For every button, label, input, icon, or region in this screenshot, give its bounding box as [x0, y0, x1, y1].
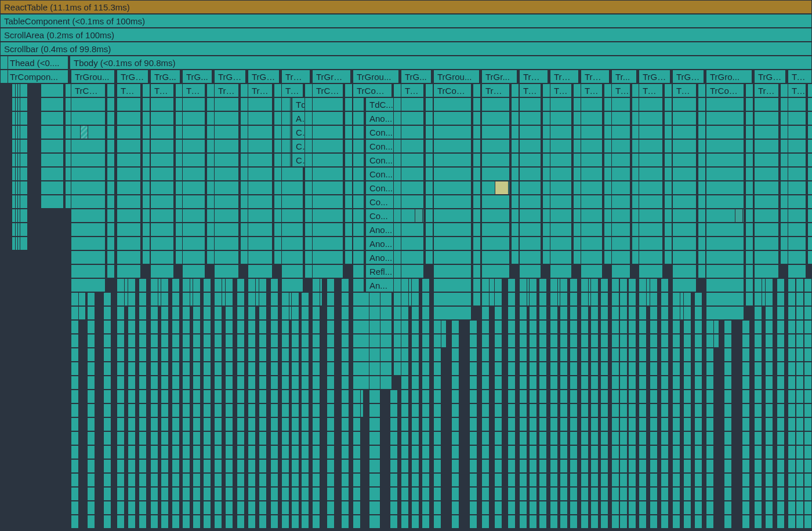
bar-tbody[interactable]: Tbody (<0.1ms of 90.8ms)	[70, 56, 812, 70]
bar-tail-r[interactable]	[661, 417, 669, 431]
bar-tail-r[interactable]	[203, 431, 211, 445]
bar-tail[interactable]	[291, 431, 299, 445]
bar-body[interactable]	[401, 111, 424, 125]
bar-tail-l[interactable]	[182, 334, 190, 348]
bar-body[interactable]	[519, 153, 541, 167]
bar-wide-tail[interactable]	[369, 431, 380, 445]
bar-tail[interactable]	[193, 487, 201, 501]
bar-right-shoulder[interactable]	[425, 83, 433, 97]
bar-tail-l[interactable]	[117, 320, 125, 334]
bar-body[interactable]	[248, 195, 273, 209]
bar-tail-r[interactable]	[694, 376, 702, 390]
bar-detail-left[interactable]	[353, 195, 364, 209]
bar-right-shoulder[interactable]	[698, 153, 706, 167]
bar-tail-l[interactable]	[754, 501, 762, 515]
bar-tail-l[interactable]	[281, 292, 289, 306]
bar-tail-r[interactable]	[600, 348, 608, 362]
bar-tail-l[interactable]	[433, 487, 441, 501]
bar-body[interactable]	[754, 195, 779, 209]
bar-right-shoulder[interactable]	[745, 278, 753, 292]
bar-tail[interactable]	[327, 515, 335, 529]
bar-right-shoulder[interactable]	[142, 237, 150, 250]
bar-tail-l[interactable]	[281, 376, 289, 390]
bar-tail-l[interactable]	[182, 306, 190, 320]
bar-tail-r[interactable]	[507, 362, 516, 376]
bar-body[interactable]	[433, 223, 472, 237]
bar-tail[interactable]	[411, 417, 419, 431]
bar-tail-l[interactable]	[71, 515, 79, 529]
bar-right-shoulder[interactable]	[345, 167, 353, 181]
bar-tail-r[interactable]	[422, 431, 430, 445]
bar-tail-r[interactable]	[203, 292, 211, 306]
bar-tail[interactable]	[650, 501, 658, 515]
bar-tail-r[interactable]	[777, 348, 785, 362]
bar-trgroup[interactable]: TrGrou...	[71, 70, 115, 83]
bar-tail[interactable]	[796, 459, 804, 473]
bar-tail[interactable]	[128, 390, 136, 403]
bar-detail-left[interactable]	[353, 264, 364, 278]
bar-tail-l[interactable]	[519, 278, 527, 292]
bar-tail[interactable]	[161, 417, 169, 431]
bar-tail[interactable]	[796, 362, 804, 376]
bar-right-shoulder[interactable]	[473, 278, 481, 292]
bar-tail[interactable]	[796, 487, 804, 501]
bar-body[interactable]	[706, 237, 744, 250]
bar-tail-l[interactable]	[611, 417, 619, 431]
bar-right-shoulder[interactable]	[664, 153, 672, 167]
bar-body[interactable]	[788, 237, 806, 250]
bar-tail-l[interactable]	[672, 320, 680, 334]
bar-tail-r[interactable]	[539, 376, 547, 390]
bar-tail-l[interactable]	[248, 459, 256, 473]
bar-thead-col[interactable]	[41, 181, 64, 195]
bar-tail-r[interactable]	[301, 445, 309, 459]
bar-right-shoulder[interactable]	[240, 125, 248, 139]
bar-tail-r[interactable]	[422, 417, 430, 431]
bar-tail-r[interactable]	[600, 459, 608, 473]
bar-tail-l[interactable]	[150, 292, 158, 306]
bar-tail[interactable]	[128, 487, 136, 501]
bar-body[interactable]	[150, 195, 174, 209]
bar-tail-l[interactable]	[672, 431, 680, 445]
bar-tail-l[interactable]	[281, 515, 289, 529]
bar-tail-l[interactable]	[611, 473, 619, 487]
bar-tail-r[interactable]	[570, 376, 578, 390]
bar-tail[interactable]	[619, 459, 628, 473]
bar-body[interactable]	[672, 237, 697, 250]
bar-tail-l[interactable]	[706, 362, 714, 376]
bar-tail-r[interactable]	[507, 292, 516, 306]
bar-right-shoulder[interactable]	[274, 209, 282, 223]
bar-tail[interactable]	[650, 403, 658, 417]
bar-tail-l[interactable]	[433, 501, 441, 515]
bar-right-shoulder[interactable]	[393, 195, 401, 209]
bar-tail-l[interactable]	[481, 362, 490, 376]
bar-right-shoulder[interactable]	[393, 139, 401, 153]
bar-tail[interactable]	[225, 376, 233, 390]
bar-body[interactable]	[519, 167, 541, 181]
bar-tail[interactable]	[259, 403, 267, 417]
bar-body[interactable]	[611, 153, 630, 167]
bar-tail-r[interactable]	[694, 292, 702, 306]
bar-tail-r[interactable]	[270, 320, 278, 334]
bar-tail-l[interactable]	[117, 431, 125, 445]
bar-tail[interactable]	[724, 515, 732, 529]
bar-tail[interactable]	[87, 417, 95, 431]
bar-body[interactable]	[581, 264, 603, 278]
bar-tail[interactable]	[161, 431, 169, 445]
bar-tail[interactable]	[619, 515, 628, 529]
bar-tail-r[interactable]	[139, 403, 147, 417]
bar-body[interactable]	[550, 139, 572, 153]
bar-tail-l[interactable]	[281, 334, 289, 348]
bar-tail[interactable]	[451, 431, 459, 445]
bar-tail-l[interactable]	[611, 515, 619, 529]
bar-body[interactable]	[312, 195, 343, 209]
bar-tail-r[interactable]	[694, 348, 702, 362]
bar-body[interactable]	[672, 111, 697, 125]
bar-wide-tail[interactable]	[369, 292, 380, 306]
bar-body[interactable]	[150, 167, 174, 181]
bar-right-shoulder[interactable]	[107, 264, 115, 278]
bar-tail[interactable]	[411, 515, 419, 529]
bar-right-shoulder[interactable]	[511, 195, 519, 209]
bar-body[interactable]	[182, 195, 205, 209]
bar-right-shoulder[interactable]	[511, 83, 519, 97]
bar-right-shoulder[interactable]	[425, 139, 433, 153]
